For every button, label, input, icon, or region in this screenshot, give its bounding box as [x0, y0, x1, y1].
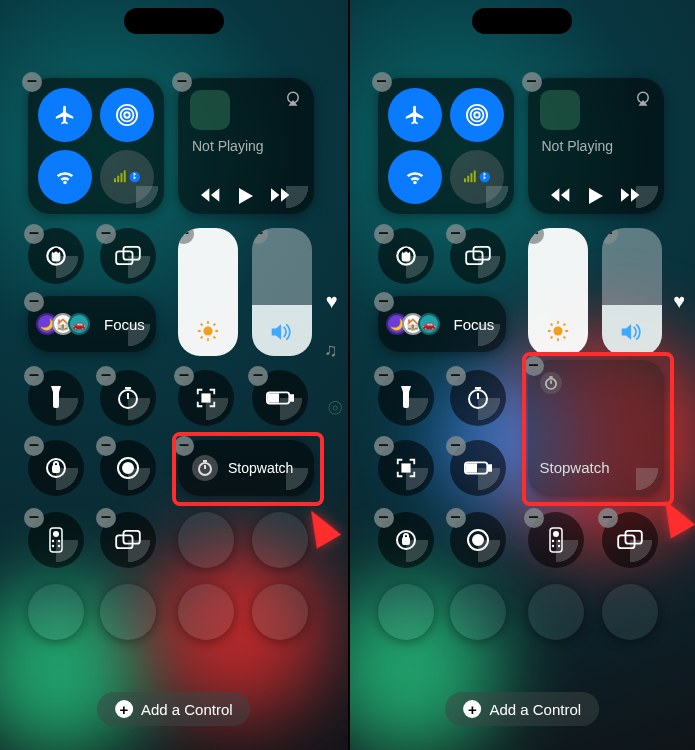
car-key-icon[interactable]: [378, 512, 434, 568]
wifi-icon[interactable]: [388, 150, 442, 204]
remove-button[interactable]: [374, 366, 394, 386]
resize-handle[interactable]: [128, 324, 154, 350]
media-tile[interactable]: Not Playing: [178, 78, 314, 214]
resize-handle[interactable]: [406, 256, 432, 282]
screen-mirroring-icon[interactable]: [100, 228, 156, 284]
resize-handle[interactable]: [286, 186, 312, 212]
airplane-icon[interactable]: [38, 88, 92, 142]
timer-icon[interactable]: [100, 370, 156, 426]
volume-slider[interactable]: [252, 228, 312, 356]
resize-handle[interactable]: [478, 324, 504, 350]
empty-slot[interactable]: [450, 584, 506, 640]
remove-button[interactable]: [446, 436, 466, 456]
remove-button[interactable]: [524, 508, 544, 528]
remove-button[interactable]: [524, 356, 544, 376]
remove-button[interactable]: [24, 508, 44, 528]
remove-button[interactable]: [178, 228, 194, 244]
add-control-button[interactable]: + Add a Control: [445, 692, 599, 726]
resize-handle[interactable]: [406, 398, 432, 424]
focus-tile[interactable]: 🌙 🏠 🚗 Focus: [28, 296, 156, 352]
screen-mirroring-icon[interactable]: [450, 228, 506, 284]
screen-record-icon[interactable]: [450, 512, 506, 568]
remove-button[interactable]: [24, 436, 44, 456]
remove-button[interactable]: [172, 72, 192, 92]
wifi-icon[interactable]: [38, 150, 92, 204]
resize-handle[interactable]: [286, 468, 312, 494]
remove-button[interactable]: [446, 366, 466, 386]
airplay-icon[interactable]: [634, 90, 652, 108]
remove-button[interactable]: [522, 72, 542, 92]
apple-tv-remote-icon[interactable]: [528, 512, 584, 568]
screen-record-icon[interactable]: [100, 440, 156, 496]
resize-handle[interactable]: [56, 256, 82, 282]
rotation-lock-icon[interactable]: [28, 228, 84, 284]
resize-handle[interactable]: [556, 540, 582, 566]
remove-button[interactable]: [174, 436, 194, 456]
resize-handle[interactable]: [280, 398, 306, 424]
empty-slot[interactable]: [100, 584, 156, 640]
resize-handle[interactable]: [128, 256, 154, 282]
remove-button[interactable]: [528, 228, 544, 244]
stopwatch-tile-large[interactable]: Stopwatch: [528, 360, 664, 496]
airplane-icon[interactable]: [388, 88, 442, 142]
remove-button[interactable]: [248, 366, 268, 386]
connectivity-tile[interactable]: [378, 78, 514, 214]
battery-icon[interactable]: [252, 370, 308, 426]
flashlight-icon[interactable]: [28, 370, 84, 426]
remove-button[interactable]: [22, 72, 42, 92]
empty-slot[interactable]: [252, 584, 308, 640]
brightness-slider[interactable]: [528, 228, 588, 356]
resize-handle[interactable]: [636, 186, 662, 212]
remove-button[interactable]: [96, 224, 116, 244]
empty-slot[interactable]: [178, 512, 234, 568]
remove-button[interactable]: [372, 72, 392, 92]
remove-button[interactable]: [24, 292, 44, 312]
remove-button[interactable]: [602, 228, 618, 244]
car-key-icon[interactable]: [28, 440, 84, 496]
resize-handle[interactable]: [406, 468, 432, 494]
remove-button[interactable]: [174, 366, 194, 386]
resize-handle[interactable]: [128, 540, 154, 566]
empty-slot[interactable]: [378, 584, 434, 640]
remove-button[interactable]: [598, 508, 618, 528]
flashlight-icon[interactable]: [378, 370, 434, 426]
connectivity-tile[interactable]: [28, 78, 164, 214]
add-control-button[interactable]: + Add a Control: [97, 692, 251, 726]
window-duplicate-icon[interactable]: [100, 512, 156, 568]
remove-button[interactable]: [446, 224, 466, 244]
resize-handle[interactable]: [128, 468, 154, 494]
remove-button[interactable]: [24, 224, 44, 244]
brightness-slider[interactable]: [178, 228, 238, 356]
empty-slot[interactable]: [602, 584, 658, 640]
resize-handle[interactable]: [56, 468, 82, 494]
airdrop-icon[interactable]: [100, 88, 154, 142]
play-icon[interactable]: [589, 188, 603, 204]
qr-scanner-icon[interactable]: [178, 370, 234, 426]
volume-slider[interactable]: [602, 228, 662, 356]
resize-handle[interactable]: [128, 398, 154, 424]
resize-handle[interactable]: [56, 540, 82, 566]
media-tile[interactable]: Not Playing: [528, 78, 664, 214]
airplay-icon[interactable]: [284, 90, 302, 108]
qr-scanner-icon[interactable]: [378, 440, 434, 496]
window-duplicate-icon[interactable]: [602, 512, 658, 568]
empty-slot[interactable]: [178, 584, 234, 640]
empty-slot[interactable]: [252, 512, 308, 568]
battery-icon[interactable]: [450, 440, 506, 496]
rotation-lock-icon[interactable]: [378, 228, 434, 284]
focus-tile[interactable]: 🌙🏠🚗Focus: [378, 296, 506, 352]
remove-button[interactable]: [96, 436, 116, 456]
remove-button[interactable]: [374, 292, 394, 312]
timer-icon[interactable]: [450, 370, 506, 426]
rewind-icon[interactable]: [201, 188, 221, 204]
empty-slot[interactable]: [28, 584, 84, 640]
play-icon[interactable]: [239, 188, 253, 204]
resize-handle[interactable]: [478, 540, 504, 566]
remove-button[interactable]: [252, 228, 268, 244]
resize-handle[interactable]: [478, 256, 504, 282]
remove-button[interactable]: [374, 436, 394, 456]
resize-handle[interactable]: [630, 540, 656, 566]
airdrop-icon[interactable]: [450, 88, 504, 142]
empty-slot[interactable]: [528, 584, 584, 640]
remove-button[interactable]: [24, 366, 44, 386]
